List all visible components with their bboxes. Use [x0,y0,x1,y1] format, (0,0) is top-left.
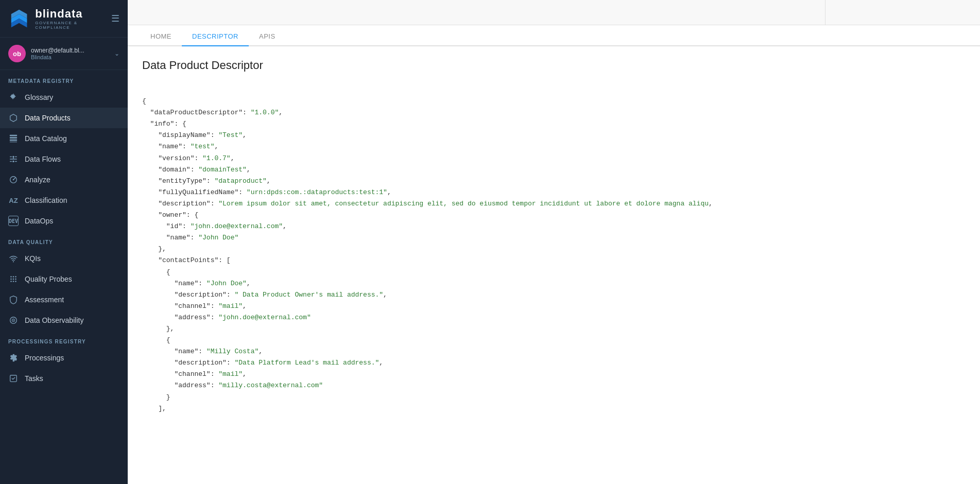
sidebar-item-kqis[interactable]: KQIs [0,248,128,269]
json-line: }, [142,245,166,253]
json-line: "address": "john.doe@external.com" [142,314,311,321]
json-line: "channel": "mail", [142,370,247,378]
sidebar-item-label-data-products: Data Products [25,114,71,122]
json-line: "fullyQualifiedName": "urn:dpds:com.:dat… [142,188,391,196]
section-label-processings: PROCESSINGS REGISTRY [0,331,128,348]
svg-point-15 [15,276,16,278]
sidebar-item-label-kqis: KQIs [25,254,41,263]
sidebar-item-data-observability[interactable]: Data Observability [0,310,128,331]
json-line: "description": "Lorem ipsum dolor sit am… [142,200,713,208]
top-actions [826,0,980,25]
sidebar-item-data-flows[interactable]: Data Flows [0,149,128,169]
logo-sub: GOVERNANCE & COMPLIANCE [35,21,111,30]
svg-point-9 [12,161,14,163]
json-line: "name": "John Doe" [142,234,238,241]
chevron-down-icon: ⌄ [114,50,119,57]
section-label-data-quality: DATA QUALITY [0,231,128,248]
logo-icon [8,7,30,30]
json-line: "version": "1.0.7", [142,154,234,162]
content-area: Data Product Descriptor { "dataProductDe… [128,46,980,484]
tab-descriptor[interactable]: DESCRIPTOR [182,25,249,46]
svg-point-17 [13,279,14,280]
hamburger-icon[interactable]: ☰ [111,13,119,24]
sidebar-item-glossary[interactable]: Glossary [0,87,128,108]
dev-icon: DEV [8,216,19,226]
json-line: "info": { [142,120,186,128]
tab-home[interactable]: HOME [140,25,182,46]
sidebar: blindata GOVERNANCE & COMPLIANCE ☰ ob ow… [0,0,128,484]
logo-area: blindata GOVERNANCE & COMPLIANCE [8,7,111,30]
json-container: { "dataProductDescriptor": "1.0.0", "inf… [142,84,966,426]
section-label-metadata: METADATA REGISTRY [0,70,128,87]
wifi-icon [8,253,19,264]
sidebar-item-data-catalog[interactable]: Data Catalog [0,128,128,149]
flow-icon [8,154,19,164]
sidebar-item-processings[interactable]: Processings [0,348,128,368]
json-line: "description": " Data Product Owner's ma… [142,291,387,299]
svg-point-11 [13,179,14,181]
analyze-icon [8,175,19,185]
sidebar-item-quality-probes[interactable]: Quality Probes [0,269,128,289]
svg-point-12 [13,261,14,262]
svg-point-14 [13,276,14,278]
sidebar-item-label-dataops: DataOps [25,217,53,225]
svg-rect-5 [10,137,17,139]
sidebar-item-label-tasks: Tasks [25,374,43,383]
json-line: { [142,97,146,105]
sidebar-item-classification[interactable]: AZ Classification [0,190,128,211]
json-line: "name": "John Doe", [142,280,251,287]
json-line: } [142,393,170,401]
json-line: "name": "test", [142,143,218,150]
svg-point-19 [10,281,12,282]
sidebar-item-dataops[interactable]: DEV DataOps [0,211,128,231]
main-content: HOME DESCRIPTOR APIS Data Product Descri… [128,0,980,484]
sidebar-item-assessment[interactable]: Assessment [0,289,128,310]
json-line: }, [142,325,174,333]
user-area[interactable]: ob owner@default.bl... Blindata ⌄ [0,38,128,70]
az-icon: AZ [8,195,19,205]
puzzle-icon [8,92,19,102]
sidebar-item-label-glossary: Glossary [25,93,53,101]
top-bar [128,0,980,25]
sidebar-item-tasks[interactable]: Tasks [0,368,128,389]
sidebar-item-data-products[interactable]: Data Products [0,108,128,128]
svg-point-18 [15,279,16,280]
tab-apis[interactable]: APIS [249,25,286,46]
sidebar-item-label-processings: Processings [25,354,64,362]
svg-point-20 [13,281,14,282]
json-line: "name": "Milly Costa", [142,348,263,355]
json-line: ], [142,405,166,412]
sidebar-item-label-data-flows: Data Flows [25,155,61,163]
sidebar-item-label-classification: Classification [25,196,67,204]
json-line: "dataProductDescriptor": "1.0.0", [142,109,283,116]
sidebar-item-label-data-observability: Data Observability [25,316,83,324]
sidebar-item-label-assessment: Assessment [25,296,64,304]
hexagon-icon [8,113,19,123]
avatar: ob [8,45,26,62]
sidebar-item-label-data-catalog: Data Catalog [25,134,67,143]
task-icon [8,373,19,384]
svg-point-24 [13,320,14,321]
user-email: owner@default.bl... [31,47,109,54]
page-title: Data Product Descriptor [142,59,966,72]
sidebar-item-label-quality-probes: Quality Probes [25,275,72,283]
tabs-bar: HOME DESCRIPTOR APIS [128,25,980,46]
json-line: "displayName": "Test", [142,131,247,139]
json-line: { [142,336,170,344]
json-line: "id": "john.doe@external.com", [142,222,287,230]
shield-icon [8,295,19,305]
svg-point-16 [10,279,12,280]
table-icon [8,133,19,144]
sidebar-item-analyze[interactable]: Analyze [0,169,128,190]
cog-icon [8,353,19,363]
json-line: "address": "milly.costa@external.com" [142,382,323,389]
logo-text: blindata GOVERNANCE & COMPLIANCE [35,7,111,30]
sidebar-item-label-analyze: Analyze [25,176,50,184]
user-info: owner@default.bl... Blindata [31,47,109,60]
json-line: "description": "Data Platform Lead's mai… [142,359,383,367]
logo-brand: blindata [35,7,111,21]
json-line: "entityType": "dataproduct", [142,177,271,185]
json-line: { [142,268,170,276]
svg-point-13 [10,276,12,278]
search-input[interactable] [128,0,826,25]
